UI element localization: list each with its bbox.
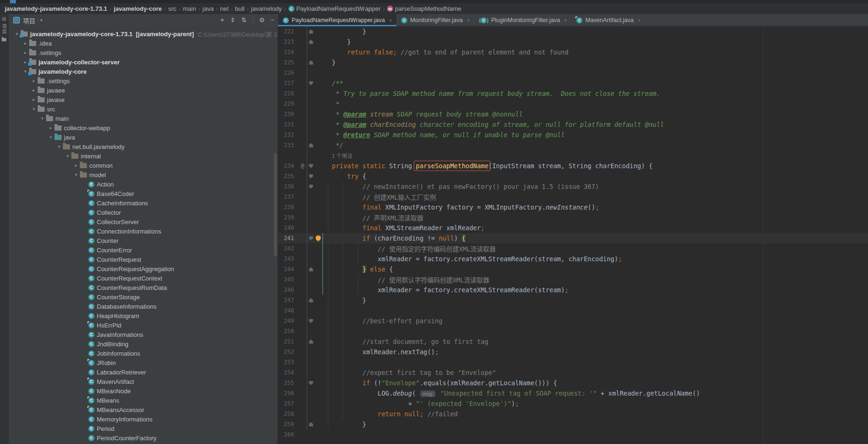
settings-gear-icon[interactable]: ⚙ [259, 17, 265, 23]
project-stripe-button[interactable]: 项目 [0, 24, 8, 34]
chevron-right-icon[interactable]: ▸ [30, 88, 38, 93]
editor-tab[interactable]: CPayloadNameRequestWrapper.java× [278, 14, 396, 26]
tree-item[interactable]: ▾model [8, 170, 278, 179]
close-icon[interactable]: × [389, 18, 392, 23]
fold-down-icon[interactable] [309, 236, 313, 241]
structure-icon[interactable]: ▤ [2, 16, 6, 21]
tree-item[interactable]: CDatabaseInformations [8, 302, 278, 311]
line-number[interactable]: 254 [278, 369, 298, 376]
line-number[interactable]: 226 [278, 70, 298, 76]
line-number[interactable]: 232 [278, 132, 298, 138]
line-number[interactable]: 223 [278, 39, 298, 45]
line-number[interactable]: 244 [278, 266, 298, 273]
chevron-right-icon[interactable]: ▸ [30, 78, 38, 83]
tree-item[interactable]: ▾javamelody-javamelody-core-1.73.1[javam… [8, 29, 278, 39]
line-number[interactable]: 235 [278, 173, 298, 179]
line-number[interactable]: 245 [278, 276, 298, 283]
tree-item[interactable]: CCounter [8, 236, 278, 245]
line-number[interactable]: 236 [278, 183, 298, 190]
tree-item[interactable]: ▸.idea [8, 39, 278, 48]
line-number[interactable]: 241 [278, 235, 298, 241]
tree-item[interactable]: ▾main [8, 114, 278, 123]
line-number[interactable]: 243 [278, 256, 298, 262]
line-number[interactable]: 242 [278, 245, 298, 252]
locate-icon[interactable]: ⌖ [221, 17, 224, 23]
line-number[interactable]: 250 [278, 328, 298, 335]
tree-item[interactable]: CCounterStorage [8, 292, 278, 302]
chevron-down-icon[interactable]: ▾ [39, 116, 46, 121]
breadcrumb-item[interactable]: java [202, 5, 215, 12]
tree-item[interactable]: CPeriodCounterFactory [8, 433, 278, 443]
project-panel-title[interactable]: 项目 [23, 16, 35, 25]
line-number[interactable]: 225 [278, 59, 298, 66]
line-number[interactable]: 231 [278, 121, 298, 128]
tree-item[interactable]: ▸javase [8, 95, 278, 104]
breadcrumb-item[interactable]: net [219, 5, 230, 12]
chevron-down-icon[interactable]: ▾ [30, 107, 38, 111]
tree-item[interactable]: ▾src [8, 104, 278, 114]
chevron-down-icon[interactable]: ▼ [39, 18, 43, 23]
tree-item[interactable]: CMBeans [8, 396, 278, 405]
tree-item[interactable]: CMavenArtifact [8, 377, 278, 386]
fold-up-icon[interactable] [309, 267, 313, 272]
editor-tab[interactable]: (C)PluginMonitoringFilter.java× [474, 14, 572, 26]
tree-item[interactable]: EPeriod [8, 424, 278, 433]
tree-item[interactable]: CMBeanNode [8, 386, 278, 396]
tree-item[interactable]: CCounterRequestContext [8, 273, 278, 283]
fold-down-icon[interactable] [309, 381, 313, 385]
tree-item[interactable]: ▸javaee [8, 86, 278, 95]
line-number[interactable]: 251 [278, 338, 298, 345]
tree-item[interactable]: ▸.settings [8, 48, 278, 57]
tree-item[interactable]: ▾internal [8, 151, 278, 161]
tree-item[interactable]: CCounterRequest [8, 255, 278, 264]
chevron-right-icon[interactable]: ▸ [22, 41, 29, 46]
line-number[interactable]: 246 [278, 287, 298, 293]
collapse-all-icon[interactable]: ⇅ [241, 17, 247, 23]
tree-item[interactable]: CBase64Coder [8, 189, 278, 198]
line-number[interactable]: 252 [278, 349, 298, 355]
tree-item[interactable]: CLabradorRetriever [8, 367, 278, 377]
line-number[interactable]: 260 [278, 431, 298, 438]
line-number[interactable]: 237 [278, 194, 298, 200]
line-number[interactable]: 249 [278, 318, 298, 324]
tree-item[interactable]: ▾javamelody-core [8, 67, 278, 76]
tree-scrollbar[interactable] [274, 153, 277, 257]
breadcrumb-item[interactable]: javamelody-core [113, 5, 163, 12]
line-number[interactable]: 258 [278, 411, 298, 417]
line-number[interactable]: 228 [278, 90, 298, 97]
line-number[interactable]: 256 [278, 390, 298, 397]
tree-item[interactable]: CCounterError [8, 245, 278, 255]
close-icon[interactable]: × [564, 18, 567, 23]
breadcrumb-item[interactable]: javamelody [250, 5, 283, 12]
tree-item[interactable]: CCacheInformations [8, 198, 278, 208]
hide-panel-icon[interactable]: − [271, 17, 274, 23]
folder-icon[interactable] [2, 38, 7, 41]
tree-item[interactable]: CCounterRequestRumData [8, 283, 278, 292]
line-number[interactable]: 233 [278, 142, 298, 148]
line-number[interactable]: 227 [278, 80, 298, 86]
fold-up-icon[interactable] [309, 298, 313, 303]
tree-item[interactable]: CMBeansAccessor [8, 405, 278, 414]
fold-up-icon[interactable] [309, 422, 313, 427]
tree-item[interactable]: ▸javamelody-collector-server [8, 57, 278, 67]
chevron-down-icon[interactable]: ▾ [47, 135, 54, 140]
tree-item[interactable]: ▸common [8, 161, 278, 170]
tree-item[interactable]: CHsErrPid [8, 320, 278, 330]
breadcrumb-item[interactable]: javamelody-javamelody-core-1.73.1 [4, 5, 108, 12]
line-number[interactable]: 222 [278, 28, 298, 35]
line-number[interactable]: 240 [278, 225, 298, 231]
line-number[interactable]: 224 [278, 49, 298, 55]
chevron-right-icon[interactable]: ▸ [47, 125, 54, 130]
tree-item[interactable]: CCollectorServer [8, 217, 278, 226]
breadcrumb-item[interactable]: bull [234, 5, 245, 12]
line-number[interactable]: 247 [278, 297, 298, 304]
fold-up-icon[interactable] [309, 143, 313, 148]
chevron-down-icon[interactable]: ▾ [72, 172, 80, 177]
line-number[interactable]: 255 [278, 380, 298, 386]
code-editor[interactable]: 222 }223 }224 return false; //got to end… [278, 26, 868, 444]
editor-tab[interactable]: CMonitoringFilter.java× [396, 14, 474, 26]
fold-down-icon[interactable] [309, 185, 313, 189]
tree-item[interactable]: CJndiBinding [8, 339, 278, 349]
chevron-right-icon[interactable]: ▸ [72, 163, 80, 168]
fold-up-icon[interactable] [309, 340, 313, 344]
